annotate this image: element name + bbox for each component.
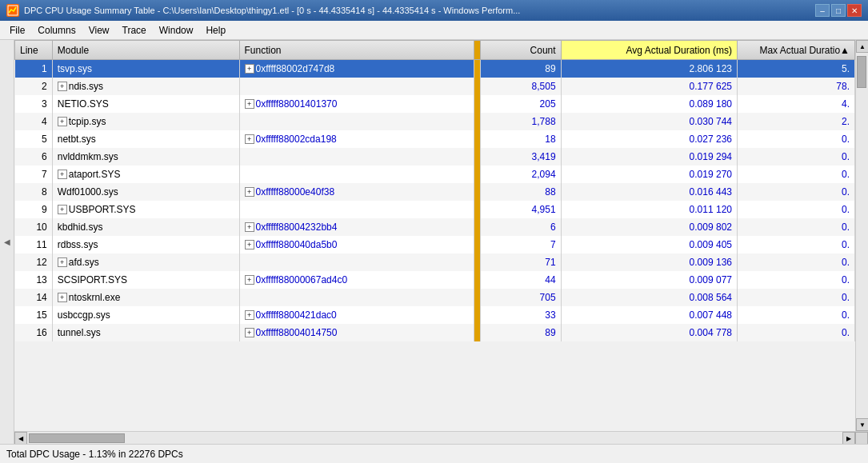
app-icon [6, 4, 19, 17]
table-row[interactable]: 7+ataport.SYS2,0940.019 2700. [15, 166, 855, 183]
menu-item-view[interactable]: View [82, 22, 116, 38]
scroll-left-button[interactable]: ◀ [14, 432, 27, 444]
cell-function [239, 289, 474, 306]
cell-max-duration: 0. [738, 201, 855, 218]
menu-item-trace[interactable]: Trace [116, 22, 153, 38]
cell-function: +0xfffff88002cda198 [239, 130, 474, 148]
expand-icon[interactable]: + [58, 257, 67, 267]
expand-icon[interactable]: + [58, 170, 67, 179]
table-row[interactable]: 12+afd.sys710.009 1360. [15, 253, 855, 271]
vertical-scrollbar[interactable]: ▲ ▼ [855, 40, 868, 431]
cell-line: 10 [15, 218, 53, 236]
cell-module: +tcpip.sys [52, 113, 239, 130]
table-row[interactable]: 14+ntoskrnl.exe7050.008 5640. [15, 289, 855, 306]
table-row[interactable]: 16tunnel.sys+0xfffff88004014750890.004 7… [15, 324, 855, 341]
scroll-up-button[interactable]: ▲ [856, 40, 868, 53]
function-expand-icon[interactable]: + [245, 187, 254, 197]
cell-avg-duration: 0.019 270 [561, 166, 737, 183]
cell-max-duration: 0. [738, 218, 855, 236]
cell-max-duration: 78. [738, 78, 855, 95]
cell-avg-duration: 0.004 778 [561, 324, 737, 341]
menu-item-file[interactable]: File [3, 22, 31, 38]
close-button[interactable]: ✕ [847, 4, 862, 17]
cell-line: 13 [15, 271, 53, 289]
function-expand-icon[interactable]: + [245, 222, 254, 232]
hscroll-thumb[interactable] [29, 433, 125, 443]
column-separator [474, 60, 481, 78]
table-row[interactable]: 1tsvp.sys+0xffff88002d747d8892.806 1235. [15, 60, 855, 78]
cell-function: +0xfffff88001401370 [239, 95, 474, 113]
expand-icon[interactable]: + [58, 293, 67, 302]
minimize-button[interactable]: – [815, 4, 830, 17]
expand-icon[interactable]: + [58, 117, 67, 126]
function-expand-icon[interactable]: + [245, 328, 254, 337]
cell-function: +0xffff88002d747d8 [239, 60, 474, 78]
cell-line: 12 [15, 253, 53, 271]
cell-line: 11 [15, 236, 53, 253]
menu-bar: FileColumnsViewTraceWindowHelp [0, 21, 868, 40]
column-separator [474, 201, 481, 218]
column-separator [474, 324, 481, 341]
table-row[interactable]: 9+USBPORT.SYS4,9510.011 1200. [15, 201, 855, 218]
menu-item-columns[interactable]: Columns [31, 22, 82, 38]
table-row[interactable]: 15usbccgp.sys+0xfffff8800421dac0330.007 … [15, 306, 855, 324]
col-header-line[interactable]: Line [15, 41, 53, 60]
col-header-count[interactable]: Count [481, 41, 561, 60]
cell-avg-duration: 0.027 236 [561, 130, 737, 148]
expand-icon[interactable]: + [58, 205, 67, 214]
cell-max-duration: 0. [738, 183, 855, 201]
table-row[interactable]: 2+ndis.sys8,5050.177 62578. [15, 78, 855, 95]
cell-function [239, 253, 474, 271]
table-row[interactable]: 4+tcpip.sys1,7880.030 7442. [15, 113, 855, 130]
cell-module: rdbss.sys [52, 236, 239, 253]
cell-count: 44 [481, 271, 561, 289]
function-expand-icon[interactable]: + [245, 275, 254, 285]
menu-item-help[interactable]: Help [199, 22, 232, 38]
cell-module: nvlddmkm.sys [52, 148, 239, 166]
function-expand-icon[interactable]: + [245, 134, 254, 144]
cell-count: 89 [481, 324, 561, 341]
expand-icon[interactable]: + [58, 82, 67, 91]
scroll-right-button[interactable]: ▶ [842, 432, 855, 444]
cell-count: 205 [481, 95, 561, 113]
col-header-function[interactable]: Function [239, 41, 474, 60]
table-row[interactable]: 10kbdhid.sys+0xfffff88004232bb460.009 80… [15, 218, 855, 236]
scroll-thumb[interactable] [857, 56, 866, 88]
column-separator [474, 271, 481, 289]
cell-avg-duration: 0.011 120 [561, 201, 737, 218]
horizontal-scrollbar[interactable] [27, 432, 842, 444]
cell-max-duration: 0. [738, 324, 855, 341]
cell-count: 8,505 [481, 78, 561, 95]
cell-count: 7 [481, 236, 561, 253]
table-row[interactable]: 3NETIO.SYS+0xfffff880014013702050.089 18… [15, 95, 855, 113]
function-expand-icon[interactable]: + [245, 240, 254, 249]
function-expand-icon[interactable]: + [245, 310, 254, 320]
maximize-button[interactable]: □ [831, 4, 846, 17]
function-expand-icon[interactable]: + [245, 64, 254, 74]
cell-max-duration: 0. [738, 148, 855, 166]
cell-function [239, 201, 474, 218]
cell-max-duration: 0. [738, 306, 855, 324]
table-row[interactable]: 6nvlddmkm.sys3,4190.019 2940. [15, 148, 855, 166]
table-row[interactable]: 8Wdf01000.sys+0xfffff88000e40f38880.016 … [15, 183, 855, 201]
cell-count: 89 [481, 60, 561, 78]
cell-module: +USBPORT.SYS [52, 201, 239, 218]
col-header-avg[interactable]: Avg Actual Duration (ms) [561, 41, 737, 60]
menu-item-window[interactable]: Window [153, 22, 200, 38]
title-bar: DPC CPU Usage Summary Table - C:\Users\I… [0, 0, 868, 21]
cell-function [239, 166, 474, 183]
cell-module: netbt.sys [52, 130, 239, 148]
status-text: Total DPC Usage - 1.13% in 22276 DPCs [6, 449, 183, 460]
cell-line: 1 [15, 60, 53, 78]
cell-module: +ndis.sys [52, 78, 239, 95]
col-header-max[interactable]: Max Actual Duratio▲ [738, 41, 855, 60]
scroll-down-button[interactable]: ▼ [856, 418, 868, 431]
cell-count: 705 [481, 289, 561, 306]
table-row[interactable]: 5netbt.sys+0xfffff88002cda198180.027 236… [15, 130, 855, 148]
collapse-arrow-icon[interactable]: ◀ [4, 237, 10, 246]
function-expand-icon[interactable]: + [245, 99, 254, 109]
table-row[interactable]: 13SCSIPORT.SYS+0xfffff88000067ad4c0440.0… [15, 271, 855, 289]
cell-count: 3,419 [481, 148, 561, 166]
table-row[interactable]: 11rdbss.sys+0xfffff880040da5b070.009 405… [15, 236, 855, 253]
col-header-module[interactable]: Module [52, 41, 239, 60]
